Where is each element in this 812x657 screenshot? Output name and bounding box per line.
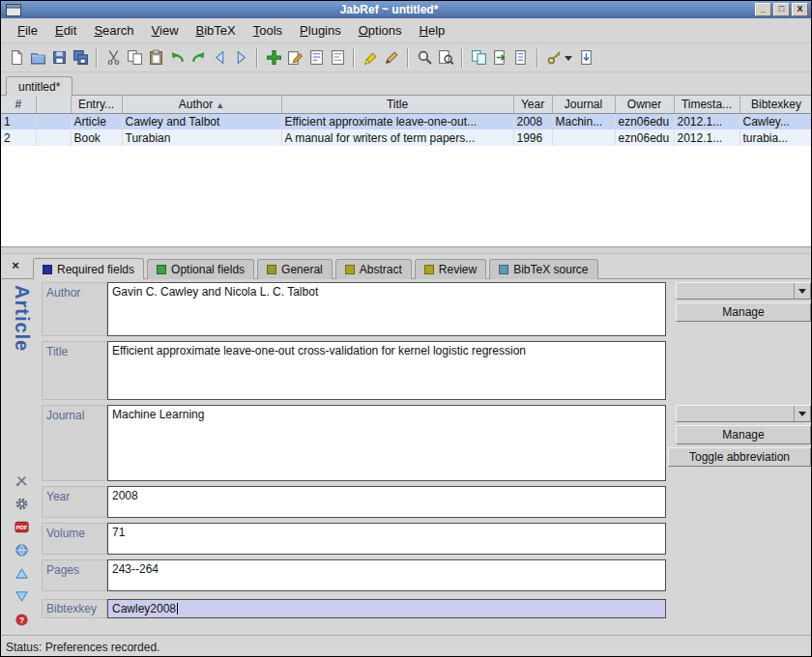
table-cell[interactable]: Turabian bbox=[122, 129, 281, 146]
table-cell[interactable]: Cawley and Talbot bbox=[122, 113, 281, 129]
author-manage-button[interactable]: Manage bbox=[676, 302, 811, 322]
save-all-icon[interactable] bbox=[70, 46, 91, 70]
new-entry-icon[interactable] bbox=[263, 46, 284, 70]
table-cell[interactable] bbox=[552, 129, 615, 146]
column-entrytype[interactable]: Entry... bbox=[71, 96, 122, 113]
incremental-search-icon[interactable] bbox=[435, 46, 456, 70]
down-arrow-icon[interactable] bbox=[14, 589, 29, 604]
author-names-dropdown[interactable] bbox=[676, 282, 811, 300]
split-pane-divider[interactable] bbox=[1, 247, 811, 254]
entry-table-panel[interactable]: # Entry... Author▲ Title Year Journal Ow… bbox=[1, 96, 811, 247]
open-file-icon[interactable] bbox=[575, 46, 596, 70]
table-cell[interactable]: Machin... bbox=[552, 113, 615, 129]
table-cell[interactable]: Cawley... bbox=[740, 113, 811, 129]
table-cell[interactable]: turabia... bbox=[740, 129, 811, 146]
table-cell[interactable]: Book bbox=[71, 129, 122, 146]
push-to-winedt-icon[interactable] bbox=[510, 46, 532, 70]
help-icon[interactable]: ? bbox=[14, 613, 29, 627]
table-cell[interactable]: 2008 bbox=[513, 113, 552, 129]
menu-tools[interactable]: Tools bbox=[245, 20, 291, 41]
push-to-lyx-icon[interactable] bbox=[489, 46, 510, 70]
table-cell[interactable]: Article bbox=[71, 113, 122, 129]
redo-icon[interactable] bbox=[188, 46, 209, 70]
new-database-icon[interactable] bbox=[6, 46, 27, 70]
save-database-icon[interactable] bbox=[48, 46, 70, 70]
pdf-icon[interactable]: PDF bbox=[14, 520, 29, 534]
table-cell[interactable]: 2 bbox=[1, 129, 36, 146]
volume-field-input[interactable]: 71 bbox=[107, 523, 666, 555]
up-arrow-icon[interactable] bbox=[14, 566, 29, 581]
journal-manage-button[interactable]: Manage bbox=[676, 425, 811, 444]
cleanup-entries-icon[interactable] bbox=[381, 46, 402, 70]
menu-search[interactable]: Search bbox=[85, 20, 142, 41]
tab-abstract[interactable]: Abstract bbox=[335, 259, 412, 279]
table-cell[interactable]: 1996 bbox=[513, 129, 552, 146]
toggle-abbreviation-button[interactable]: Toggle abbreviation bbox=[668, 447, 811, 467]
gear-icon[interactable] bbox=[14, 497, 29, 511]
table-cell[interactable]: ezn06edu bbox=[615, 129, 674, 146]
column-timestamp[interactable]: Timesta... bbox=[674, 96, 740, 113]
close-button[interactable]: X bbox=[792, 3, 808, 16]
column-year[interactable]: Year bbox=[513, 96, 552, 113]
database-tab-untitled[interactable]: untitled* bbox=[6, 76, 72, 96]
autogenerate-bibtex-keys-icon[interactable] bbox=[543, 46, 565, 70]
title-field-input[interactable]: Efficient approximate leave-one-out cros… bbox=[107, 341, 666, 400]
tools-icon[interactable] bbox=[14, 473, 29, 488]
column-bibtexkey[interactable]: Bibtexkey bbox=[740, 96, 811, 113]
table-cell[interactable]: 2012.1... bbox=[674, 113, 740, 129]
tab-bibtex-source[interactable]: BibTeX source bbox=[489, 259, 597, 279]
chevron-down-icon[interactable] bbox=[794, 406, 810, 421]
table-cell[interactable]: 1 bbox=[1, 113, 36, 129]
table-row-1[interactable]: 1 Article Cawley and Talbot Efficient ap… bbox=[1, 113, 811, 129]
search-icon[interactable] bbox=[414, 46, 435, 70]
author-field-input[interactable]: Gavin C. Cawley and Nicola L. C. Talbot bbox=[107, 282, 666, 336]
paste-icon[interactable] bbox=[145, 46, 166, 70]
menu-help[interactable]: Help bbox=[411, 20, 454, 41]
table-cell[interactable]: A manual for writers of term papers... bbox=[281, 129, 513, 146]
cut-icon[interactable] bbox=[102, 46, 124, 70]
table-cell[interactable]: 2012.1... bbox=[674, 129, 740, 146]
table-cell[interactable]: ezn06edu bbox=[615, 113, 674, 129]
menu-file[interactable]: File bbox=[9, 20, 46, 41]
tab-optional-fields[interactable]: Optional fields bbox=[147, 259, 254, 279]
bibtexkey-field-input[interactable]: Cawley2008 bbox=[107, 599, 666, 618]
chevron-down-icon[interactable] bbox=[794, 283, 810, 299]
table-cell[interactable]: Efficient approximate leave-one-out... bbox=[281, 113, 513, 129]
year-field-input[interactable]: 2008 bbox=[107, 486, 666, 518]
table-cell[interactable] bbox=[36, 129, 71, 146]
copy-icon[interactable] bbox=[124, 46, 145, 70]
column-owner[interactable]: Owner bbox=[615, 96, 674, 113]
menu-plugins[interactable]: Plugins bbox=[291, 20, 350, 41]
open-database-icon[interactable] bbox=[27, 46, 48, 70]
pages-field-input[interactable]: 243--264 bbox=[107, 559, 666, 591]
tab-required-fields[interactable]: Required fields bbox=[33, 258, 144, 279]
menu-bibtex[interactable]: BibTeX bbox=[188, 20, 245, 41]
forward-icon[interactable] bbox=[230, 46, 251, 70]
edit-preamble-icon[interactable] bbox=[327, 46, 348, 70]
column-journal[interactable]: Journal bbox=[552, 96, 615, 113]
column-author[interactable]: Author▲ bbox=[122, 96, 281, 113]
edit-entry-icon[interactable] bbox=[284, 46, 305, 70]
mark-entries-icon[interactable] bbox=[360, 46, 381, 70]
copy-citekey-icon[interactable] bbox=[468, 46, 489, 70]
minimize-button[interactable]: _ bbox=[755, 3, 771, 16]
edit-strings-icon[interactable] bbox=[305, 46, 327, 70]
table-row-2[interactable]: 2 Book Turabian A manual for writers of … bbox=[1, 129, 811, 146]
close-entry-editor-icon[interactable]: × bbox=[8, 259, 23, 274]
undo-icon[interactable] bbox=[166, 46, 188, 70]
autogenerate-keys-dropdown-icon[interactable] bbox=[565, 56, 572, 65]
column-icon[interactable] bbox=[36, 96, 71, 113]
table-cell[interactable] bbox=[36, 113, 71, 129]
menu-edit[interactable]: Edit bbox=[46, 20, 85, 41]
column-title[interactable]: Title bbox=[281, 96, 513, 113]
journal-names-dropdown[interactable] bbox=[676, 405, 811, 422]
menu-view[interactable]: View bbox=[143, 20, 188, 41]
maximize-button[interactable]: □ bbox=[773, 3, 790, 16]
column-number[interactable]: # bbox=[1, 96, 36, 113]
journal-field-input[interactable]: Machine Learning bbox=[107, 405, 666, 481]
tab-review[interactable]: Review bbox=[415, 259, 486, 279]
back-icon[interactable] bbox=[209, 46, 230, 70]
url-icon[interactable] bbox=[14, 543, 29, 557]
menu-options[interactable]: Options bbox=[350, 20, 411, 41]
tab-general[interactable]: General bbox=[257, 259, 333, 279]
